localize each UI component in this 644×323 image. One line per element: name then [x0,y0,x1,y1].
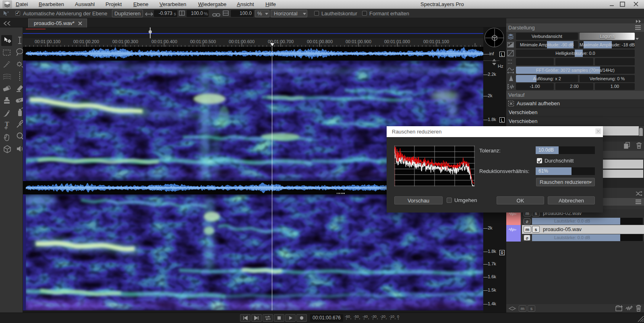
svg-text:T: T [5,121,9,127]
